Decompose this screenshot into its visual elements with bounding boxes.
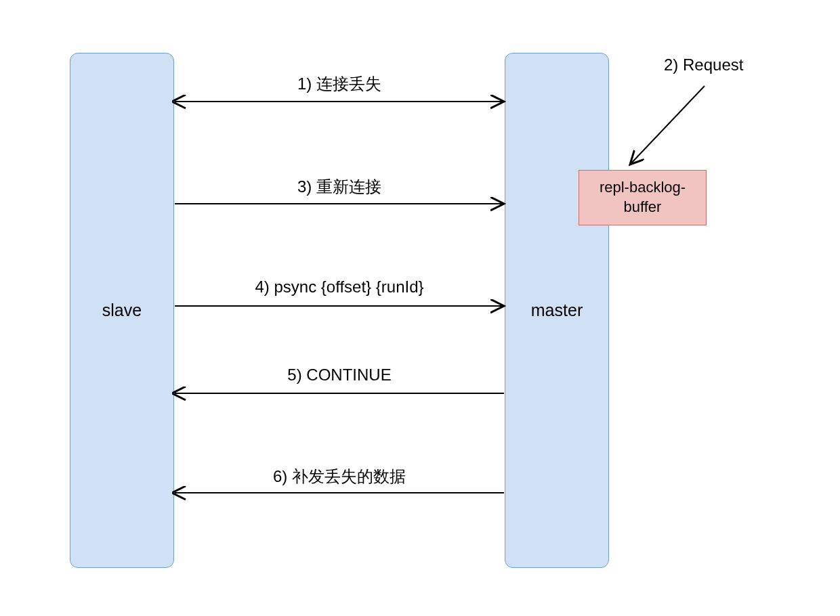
msg-5-label: 5) CONTINUE xyxy=(287,366,391,384)
slave-node: slave xyxy=(70,53,174,568)
msg-3-label: 3) 重新连接 xyxy=(297,176,381,198)
msg-1-label: 1) 连接丢失 xyxy=(297,73,381,95)
master-node: master xyxy=(505,53,609,568)
buffer-node: repl-backlog-buffer xyxy=(579,170,707,225)
msg-6-label: 6) 补发丢失的数据 xyxy=(273,466,406,487)
buffer-label: repl-backlog-buffer xyxy=(582,178,703,217)
arrow-request xyxy=(630,86,705,164)
master-label: master xyxy=(531,301,583,320)
msg-4-label: 4) psync {offset} {runId} xyxy=(255,278,423,296)
slave-label: slave xyxy=(102,301,142,320)
msg-2-label: 2) Request xyxy=(664,56,743,74)
